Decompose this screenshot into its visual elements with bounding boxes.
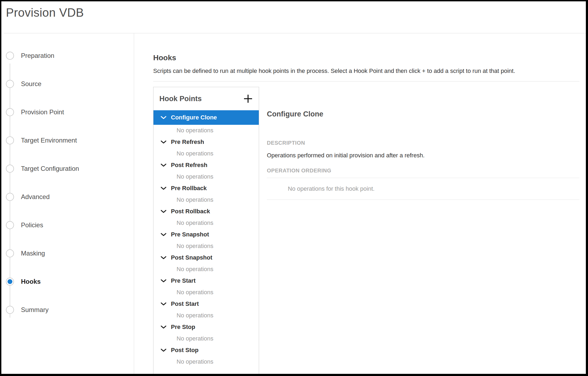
hook-point-item-pre-stop[interactable]: Pre Stop — [153, 321, 259, 333]
hook-point-status: No operations — [153, 125, 259, 136]
hook-point-label: Pre Stop — [171, 324, 195, 331]
step-circle-icon — [6, 80, 14, 88]
hook-point-label: Post Snapshot — [171, 254, 212, 261]
plus-icon — [243, 94, 253, 104]
provision-vdb-window: Provision VDB Preparation Source Provisi… — [0, 0, 588, 376]
window-body: Preparation Source Provision Point Targe… — [1, 33, 586, 374]
chevron-down-icon[interactable] — [160, 233, 167, 236]
hook-point-item-post-stop[interactable]: Post Stop — [153, 344, 259, 356]
hook-point-label: Pre Start — [171, 277, 196, 284]
step-label: Policies — [21, 221, 43, 229]
sidebar-step-source[interactable]: Source — [1, 70, 134, 98]
main-content: Hooks Scripts can be defined to run at m… — [134, 33, 586, 374]
hook-point-label: Pre Refresh — [171, 139, 204, 146]
sidebar-step-target-environment[interactable]: Target Environment — [1, 126, 134, 154]
hook-point-label: Post Stop — [171, 347, 199, 354]
hook-point-status: No operations — [153, 171, 259, 182]
hook-point-item-pre-snapshot[interactable]: Pre Snapshot — [153, 229, 259, 240]
sidebar-step-hooks[interactable]: Hooks — [1, 267, 134, 296]
hook-point-label: Post Refresh — [171, 162, 207, 169]
wizard-steps-sidebar: Preparation Source Provision Point Targe… — [1, 33, 134, 374]
hook-point-status: No operations — [153, 356, 259, 367]
hook-points-panel: Hook Points Configure Clone No opera — [153, 87, 259, 374]
hook-point-status: No operations — [153, 194, 259, 205]
step-label: Preparation — [21, 52, 54, 59]
section-description: Scripts can be defined to run at multipl… — [153, 67, 579, 75]
hook-point-item-pre-rollback[interactable]: Pre Rollback — [153, 182, 259, 194]
sidebar-step-masking[interactable]: Masking — [1, 239, 134, 267]
sidebar-step-target-configuration[interactable]: Target Configuration — [1, 154, 134, 183]
chevron-down-icon[interactable] — [160, 140, 167, 144]
window-header: Provision VDB — [4, 1, 586, 33]
hook-point-label: Post Rollback — [171, 208, 210, 215]
sidebar-step-provision-point[interactable]: Provision Point — [1, 98, 134, 126]
step-circle-icon — [6, 136, 14, 144]
page-title: Provision VDB — [6, 6, 586, 20]
hook-points-list: Configure Clone No operations Pre Refres… — [153, 110, 259, 367]
step-label: Source — [21, 80, 41, 88]
hook-point-item-post-start[interactable]: Post Start — [153, 298, 259, 310]
hook-point-status: No operations — [153, 310, 259, 321]
stepper-list: Preparation Source Provision Point Targe… — [1, 33, 134, 324]
step-circle-icon — [6, 221, 14, 229]
hook-point-item-post-snapshot[interactable]: Post Snapshot — [153, 252, 259, 264]
hook-point-status: No operations — [153, 217, 259, 229]
sidebar-step-advanced[interactable]: Advanced — [1, 183, 134, 211]
hook-point-item-configure-clone[interactable]: Configure Clone — [153, 110, 259, 125]
step-label: Masking — [21, 250, 45, 257]
hook-point-item-pre-refresh[interactable]: Pre Refresh — [153, 136, 259, 148]
chevron-down-icon[interactable] — [160, 302, 167, 306]
hook-point-detail-pane: Configure Clone DESCRIPTION Operations p… — [259, 87, 579, 374]
hook-point-status: No operations — [153, 333, 259, 344]
step-label: Target Environment — [21, 137, 77, 144]
chevron-down-icon[interactable] — [160, 116, 167, 119]
operation-ordering-label: OPERATION ORDERING — [267, 167, 579, 174]
step-label: Target Configuration — [21, 165, 79, 172]
chevron-down-icon[interactable] — [160, 279, 167, 283]
chevron-down-icon[interactable] — [160, 256, 167, 260]
chevron-down-icon[interactable] — [160, 163, 167, 167]
hook-point-item-post-refresh[interactable]: Post Refresh — [153, 159, 259, 171]
hook-point-label: Configure Clone — [171, 114, 217, 121]
hook-point-label: Pre Snapshot — [171, 231, 209, 238]
chevron-down-icon[interactable] — [160, 348, 167, 352]
hook-point-status: No operations — [153, 264, 259, 275]
detail-description: Operations performed on initial provisio… — [267, 152, 579, 159]
hook-point-item-pre-start[interactable]: Pre Start — [153, 275, 259, 287]
hook-points-header: Hook Points — [153, 87, 259, 110]
step-circle-active-icon — [6, 278, 14, 286]
add-hook-script-button[interactable] — [243, 93, 253, 104]
step-circle-icon — [6, 165, 14, 173]
detail-title: Configure Clone — [267, 109, 579, 119]
description-label: DESCRIPTION — [267, 140, 579, 146]
chevron-down-icon[interactable] — [160, 210, 167, 213]
step-label: Provision Point — [21, 108, 64, 116]
hook-points-title: Hook Points — [159, 95, 202, 103]
section-divider — [153, 81, 579, 81]
sidebar-step-policies[interactable]: Policies — [1, 211, 134, 239]
step-circle-icon — [6, 306, 14, 314]
sidebar-step-preparation[interactable]: Preparation — [1, 41, 134, 70]
step-label: Advanced — [21, 193, 50, 201]
chevron-down-icon[interactable] — [160, 186, 167, 190]
sidebar-step-summary[interactable]: Summary — [1, 296, 134, 324]
step-label: Hooks — [21, 278, 41, 285]
hook-point-status: No operations — [153, 240, 259, 252]
section-title: Hooks — [153, 53, 579, 62]
hooks-content-row: Hook Points Configure Clone No opera — [153, 87, 579, 374]
hook-point-label: Post Start — [171, 300, 199, 307]
chevron-down-icon[interactable] — [160, 325, 167, 329]
hook-point-item-post-rollback[interactable]: Post Rollback — [153, 205, 259, 217]
hook-point-status: No operations — [153, 287, 259, 298]
hook-point-status: No operations — [153, 148, 259, 159]
ordering-empty-message: No operations for this hook point. — [267, 178, 579, 200]
ordering-divider-bottom — [267, 200, 579, 200]
step-circle-icon — [6, 193, 14, 201]
step-label: Summary — [21, 306, 49, 314]
step-circle-icon — [6, 108, 14, 116]
step-circle-icon — [6, 249, 14, 257]
hook-point-label: Pre Rollback — [171, 185, 207, 192]
step-circle-icon — [6, 52, 14, 60]
